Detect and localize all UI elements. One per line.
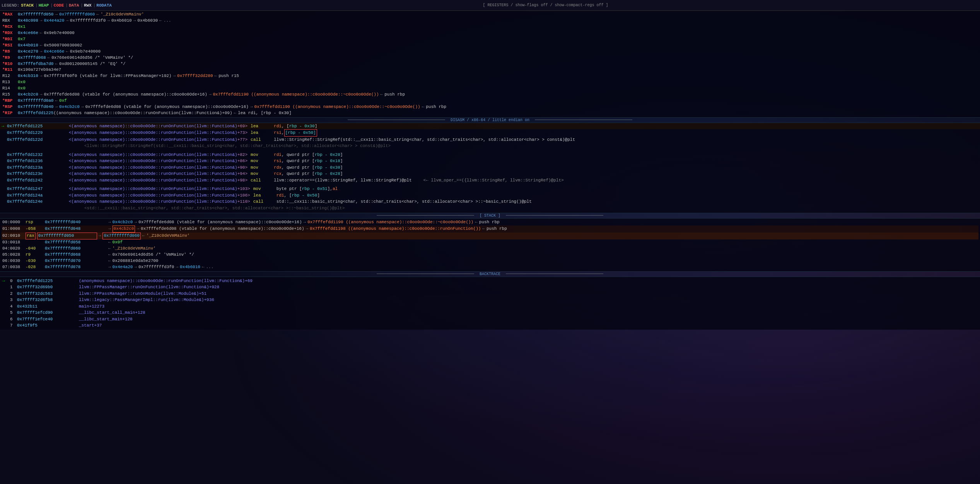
asm-line-124e: 0x7fffefdd124e <(anonymous namespace)::c… xyxy=(0,198,980,205)
register-rax: *RAX 0x7fffffffd050 → 0x7fffffffd060 ← '… xyxy=(2,12,978,18)
register-rbp: *RBP 0x7fffffffd0a0 ← 0xf xyxy=(2,98,978,104)
stack-line-2: 02:0010 rax 0x7fffffffd050 → 0x7fffffffd… xyxy=(2,233,978,239)
asm-line-122d: 0x7fffefdd122d <(anonymous namespace)::c… xyxy=(0,137,980,143)
register-r14: R14 0x0 xyxy=(2,86,978,92)
register-r8: *R8 0x4ce270 → 0x4ce66e ← 0x9eb7e40000 xyxy=(2,49,978,55)
register-r13: R13 0x0 xyxy=(2,79,978,86)
bt-line-6: 6 0x7ffff1efce40 __libc_start_main+128 xyxy=(2,316,978,323)
register-r11: *R11 0x190a727eb9a34e7 xyxy=(2,67,978,73)
register-r12: R12 0x4cb310 → 0x7fff78f60f0 (vtable for… xyxy=(2,73,978,79)
legend-label: LEGEND: xyxy=(2,3,19,8)
backtrace-section: → 0 0x7fffefdd1225 (anonymous namespace)… xyxy=(0,277,980,330)
stack-header: ────────────────────────────────────────… xyxy=(0,213,980,219)
register-r10: *R10 0x7fffefdba7d0 ← 0xd001200005145 /*… xyxy=(2,61,978,67)
registers-header-inline: [ REGISTERS / show-flags off / show-comp… xyxy=(113,3,978,7)
register-r15: R15 0x4cb2c0 → 0x7fffefde6d08 (vtable fo… xyxy=(2,92,978,98)
asm-line-124a: 0x7fffefdd124a <(anonymous namespace)::c… xyxy=(0,192,980,199)
asm-line-indent-1: <llvm::StringRef::StringRef(std::__cxx11… xyxy=(0,143,980,149)
stack-line-0: 00:0000 rsp 0x7fffffffd040 → 0x4cb2c0 → … xyxy=(2,219,978,226)
asm-section: → 0x7fffefdd1225 <(anonymous namespace):… xyxy=(0,123,980,213)
register-rsp: *RSP 0x7fffffffd040 → 0x4cb2c0 → 0x7fffe… xyxy=(2,104,978,110)
disasm-header: ────────────────────────────────────────… xyxy=(0,117,980,123)
bt-line-0: → 0 0x7fffefdd1225 (anonymous namespace)… xyxy=(2,278,978,284)
asm-line-1236: 0x7fffefdd1236 <(anonymous namespace)::c… xyxy=(0,158,980,164)
legend-heap[interactable]: HEAP xyxy=(39,3,49,8)
reg-name-rax: *RAX xyxy=(2,12,18,18)
stack-line-3: 03:0018 0x7fffffffd058 ← 0x0f xyxy=(2,239,978,246)
legend-stack[interactable]: STACK xyxy=(21,3,34,8)
asm-line-1232: 0x7fffefdd1232 <(anonymous namespace)::c… xyxy=(0,152,980,158)
register-rbx: RBX 0x48c098 → 0x4e4a20 → 0x7fffffffd3f0… xyxy=(2,18,978,24)
bt-line-7: 7 0x41f9f5 _start+37 xyxy=(2,322,978,329)
stack-section: 00:0000 rsp 0x7fffffffd040 → 0x4cb2c0 → … xyxy=(0,219,980,271)
stack-line-6: 06:0030 -030 0x7fffffffd070 ← 0x208881e0… xyxy=(2,258,978,264)
bt-line-1: 1 0x7ffff32d69b0 llvm::FPPassManager::ru… xyxy=(2,284,978,291)
stack-line-4: 04:0020 -040 0x7fffffffd060 ← '_Z10c0deV… xyxy=(2,246,978,252)
stack-line-5: 05:0028 r9 0x7fffffffd068 ← 0x766e69614d… xyxy=(2,252,978,258)
registers-section: *RAX 0x7fffffffd050 → 0x7fffffffd060 ← '… xyxy=(0,11,980,117)
asm-line-123e: 0x7fffefdd123e <(anonymous namespace)::c… xyxy=(0,171,980,177)
asm-line-1247: 0x7fffefdd1247 <(anonymous namespace)::c… xyxy=(0,186,980,192)
asm-line-1229: 0x7fffefdd1229 <(anonymous namespace)::c… xyxy=(0,129,980,137)
asm-line-123a: 0x7fffefdd123a <(anonymous namespace)::c… xyxy=(0,164,980,171)
legend-bar: LEGEND: STACK | HEAP | CODE | DATA | RWX… xyxy=(0,0,980,11)
bt-line-5: 5 0x7ffff1efcd90 __libc_start_call_main+… xyxy=(2,310,978,316)
stack-line-7: 07:0038 -028 0x7fffffffd078 → 0x4e4a20 →… xyxy=(2,264,978,270)
register-rip: *RIP 0x7fffefdd1225 ((anonymous namespac… xyxy=(2,110,978,116)
stack-line-1: 01:0008 -058 0x7fffffffd048 → 0x4cb2c0 →… xyxy=(2,226,978,233)
legend-data[interactable]: DATA xyxy=(69,3,79,8)
legend-code[interactable]: CODE xyxy=(54,3,64,8)
register-rcx: *RCX 0x1 xyxy=(2,24,978,30)
register-rsi: *RSI 0x44b010 ← 0x5000700030002 xyxy=(2,43,978,49)
register-rdi: *RDI 0x7 xyxy=(2,36,978,43)
bt-line-2: 2 0x7ffff32dc563 llvm::FPPassManager::ru… xyxy=(2,291,978,297)
bt-line-4: 4 0x432b11 main+12273 xyxy=(2,303,978,310)
backtrace-header: ────────────────────────────────────────… xyxy=(0,271,980,277)
register-r9: *R9 0x7ffffd068 ← 0x766e69614d6d56 /* 'V… xyxy=(2,55,978,61)
bt-line-3: 3 0x7ffff32d6fb8 llvm::legacy::PassManag… xyxy=(2,297,978,303)
legend-rodata[interactable]: RODATA xyxy=(96,3,112,8)
asm-line-1242: 0x7fffefdd1242 <(anonymous namespace)::c… xyxy=(0,177,980,184)
asm-line-current: → 0x7fffefdd1225 <(anonymous namespace):… xyxy=(0,123,980,130)
register-rdx: *RDX 0x4ce66e ← 0x9eb7e40000 xyxy=(2,30,978,36)
asm-line-indent-2: <std::__cxx11::basic_string<char, std::c… xyxy=(0,205,980,212)
legend-rwx[interactable]: RWX xyxy=(84,3,92,8)
